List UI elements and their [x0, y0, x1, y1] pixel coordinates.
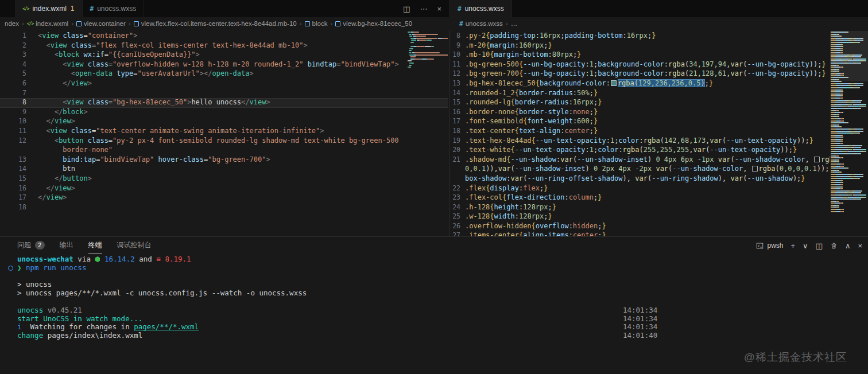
code-line[interactable]: border-none"	[0, 146, 448, 155]
line-number[interactable]: 4	[0, 60, 26, 70]
terminal-output[interactable]: unocss-wechat via 16.14.2 and ≡ 8.19.1❯ …	[0, 255, 868, 374]
line-number[interactable]: 25	[450, 212, 460, 222]
close-panel-icon[interactable]: ×	[858, 241, 862, 250]
line-number[interactable]: 11	[0, 127, 26, 137]
code-area[interactable]: 1<view class="container">2 <view class="…	[0, 32, 448, 212]
line-number[interactable]: 13	[0, 155, 26, 165]
code-line[interactable]: 5 <open-data type="userAvatarUrl"></open…	[0, 69, 448, 79]
code-line[interactable]: 20.text-white{--un-text-opacity:1;color:…	[450, 146, 830, 155]
panel-tab-问题[interactable]: 问题2	[17, 237, 45, 254]
line-number[interactable]: 16	[450, 108, 460, 118]
code-line[interactable]: 27.items-center{align-items:center;}	[450, 231, 830, 236]
code-line[interactable]: 19.text-hex-8e44ad{--un-text-opacity:1;c…	[450, 137, 830, 146]
code-line[interactable]: 15.rounded-lg{border-radius:16rpx;}	[450, 98, 830, 108]
code-line[interactable]: 18.text-center{text-align:center;}	[450, 127, 830, 137]
panel-tab-调试控制台[interactable]: 调试控制台	[117, 237, 152, 254]
line-number[interactable]: 8	[450, 32, 460, 41]
line-number[interactable]: 15	[450, 98, 460, 108]
code-line[interactable]: 26.overflow-hidden{overflow:hidden;}	[450, 222, 830, 232]
code-line[interactable]: 2 <view class="flex flex-col items-cente…	[0, 41, 448, 51]
line-number[interactable]: 8	[0, 98, 26, 108]
line-number[interactable]	[0, 146, 26, 155]
line-number[interactable]: 17	[450, 117, 460, 127]
code-line[interactable]: 16.border-none{border-style:none;}	[450, 108, 830, 118]
code-line[interactable]: 17</view>	[0, 193, 448, 203]
line-number[interactable]: 17	[0, 193, 26, 203]
breadcrumb-item[interactable]: view.flex.flex-col.items-center.text-hex…	[134, 20, 297, 27]
code-line[interactable]: 12 <button class="py-2 px-4 font-semibol…	[0, 137, 448, 146]
code-line[interactable]: 15 </button>	[0, 174, 448, 184]
code-line[interactable]: 9 </block>	[0, 108, 448, 118]
line-number[interactable]: 23	[450, 193, 460, 203]
line-number[interactable]: 9	[450, 41, 460, 51]
code-line[interactable]: 14 btn	[0, 165, 448, 174]
code-line[interactable]: 3 <block wx:if="{{canIUseOpenData}}">	[0, 50, 448, 60]
breadcrumb-item[interactable]: view.bg-hex-81ecec_50	[335, 20, 412, 27]
code-line[interactable]: 18	[0, 203, 448, 213]
line-number[interactable]: 16	[0, 184, 26, 194]
panel-tab-终端[interactable]: 终端	[88, 237, 102, 254]
line-number[interactable]: 11	[450, 60, 460, 70]
code-area[interactable]: 8.py-2{padding-top:16rpx;padding-bottom:…	[450, 32, 830, 236]
code-line[interactable]: 13.bg-hex-81ecec_50{background-color:rgb…	[450, 79, 830, 89]
line-number[interactable]: 5	[0, 69, 26, 79]
code-line[interactable]: 16 </view>	[0, 184, 448, 194]
line-number[interactable]: 14	[450, 89, 460, 99]
code-line[interactable]: 6 </view>	[0, 79, 448, 89]
line-number[interactable]: 12	[450, 69, 460, 79]
line-number[interactable]: 14	[0, 165, 26, 174]
line-number[interactable]: 18	[0, 203, 26, 213]
line-number[interactable]	[450, 174, 460, 184]
line-number[interactable]: 12	[0, 137, 26, 146]
split-terminal-icon[interactable]: ◫	[816, 241, 823, 250]
code-line[interactable]: 21.shadow-md{--un-shadow:var(--un-shadow…	[450, 155, 830, 165]
code-line[interactable]: 22.flex{display:flex;}	[450, 184, 830, 194]
line-number[interactable]: 15	[0, 174, 26, 184]
code-line[interactable]: 8.py-2{padding-top:16rpx;padding-bottom:…	[450, 32, 830, 41]
kill-terminal-icon[interactable]	[830, 242, 838, 250]
code-line[interactable]: 7	[0, 89, 448, 99]
minimap-slider[interactable]	[830, 31, 868, 81]
line-number[interactable]: 10	[0, 117, 26, 127]
line-number[interactable]: 19	[450, 137, 460, 146]
line-number[interactable]: 3	[0, 50, 26, 60]
editor-pane-wxml[interactable]: 1<view class="container">2 <view class="…	[0, 30, 450, 236]
tab-index.wxml[interactable]: </>index.wxml1	[15, 0, 83, 17]
code-line[interactable]: 25.w-128{width:128rpx;}	[450, 212, 830, 222]
code-line[interactable]: 11.bg-green-500{--un-bg-opacity:1;backgr…	[450, 60, 830, 70]
line-number[interactable]	[450, 165, 460, 174]
close-icon[interactable]: ×	[437, 5, 441, 13]
code-line[interactable]: 9.m-20{margin:160rpx;}	[450, 41, 830, 51]
line-number[interactable]: 18	[450, 127, 460, 137]
code-line[interactable]: 1<view class="container">	[0, 32, 448, 41]
breadcrumb-item[interactable]: block	[305, 20, 328, 27]
code-line[interactable]: 23.flex-col{flex-direction:column;}	[450, 193, 830, 203]
code-line[interactable]: 11 <view class="text-center animate-swin…	[0, 127, 448, 137]
code-line[interactable]: 10 </view>	[0, 117, 448, 127]
new-terminal-icon[interactable]: +	[790, 241, 795, 250]
minimap[interactable]	[408, 32, 449, 71]
line-number[interactable]: 7	[0, 89, 26, 99]
breadcrumb-item[interactable]: …	[511, 20, 518, 27]
breadcrumb-item[interactable]: </>index.wxml	[27, 20, 68, 27]
command-decoration-icon[interactable]	[8, 266, 13, 271]
line-number[interactable]: 9	[0, 108, 26, 118]
code-line[interactable]: 0,0.1)),var(--un-shadow-inset) 0 2px 4px…	[450, 165, 830, 174]
line-number[interactable]: 20	[450, 146, 460, 155]
line-number[interactable]: 13	[450, 79, 460, 89]
line-number[interactable]: 10	[450, 50, 460, 60]
line-number[interactable]: 2	[0, 41, 26, 51]
split-editor-icon[interactable]: ◫	[403, 5, 410, 13]
panel-tab-输出[interactable]: 输出	[60, 237, 73, 254]
terminal-profile-item[interactable]: pwsh	[756, 241, 783, 250]
code-line[interactable]: box-shadow:var(--un-ring-offset-shadow),…	[450, 174, 830, 184]
line-number[interactable]: 21	[450, 155, 460, 165]
code-line[interactable]: 13 bind:tap="bindViewTap" hover-class="b…	[0, 155, 448, 165]
code-line[interactable]: 12.bg-green-700{--un-bg-opacity:1;backgr…	[450, 69, 830, 79]
more-actions-icon[interactable]: ⋯	[420, 5, 427, 13]
line-number[interactable]: 1	[0, 32, 26, 41]
launch-profile-chevron-icon[interactable]: ∨	[803, 241, 808, 250]
breadcrumb-item[interactable]: view.container	[76, 20, 126, 27]
line-number[interactable]: 26	[450, 222, 460, 232]
line-number[interactable]: 22	[450, 184, 460, 194]
